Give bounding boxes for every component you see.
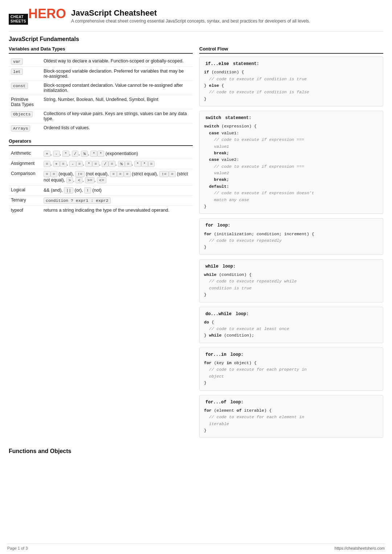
operator-value: =, +=, -=, *=, /=, %=, **= <box>41 159 193 169</box>
left-column: Variables and Data Types varOldest way t… <box>9 46 193 442</box>
operators-table: Arithmetic+, -, *, /, %, ** (exponentiat… <box>9 149 193 215</box>
variable-row: PrimitiveData TypesString, Number, Boole… <box>9 95 193 109</box>
control-flow-title: Control Flow <box>199 46 383 54</box>
operator-row: Logical&& (and), || (or), ! (not) <box>9 186 193 196</box>
variable-row: letBlock-scoped variable declaration. Pr… <box>9 67 193 81</box>
variable-description: Oldest way to declare a variable. Functi… <box>41 57 193 67</box>
operator-name: typeof <box>9 206 41 215</box>
logo: CHEAT SHEETS HERO <box>9 7 66 25</box>
operator-row: Arithmetic+, -, *, /, %, ** (exponentiat… <box>9 149 193 159</box>
variable-row: constBlock-scoped constant declaration. … <box>9 81 193 95</box>
variable-description: Block-scoped constant declaration. Value… <box>41 81 193 95</box>
if-else-label: if...else statement: <box>204 61 379 68</box>
functions-title: Functions and Objects <box>9 448 383 455</box>
dowhile-loop-label: do...while loop: <box>204 311 379 318</box>
logo-cheat: CHEAT <box>11 15 26 19</box>
operator-row: Comparison== (equal), != (not equal), ==… <box>9 169 193 186</box>
operator-name: Comparison <box>9 169 41 186</box>
variable-description: String, Number, Boolean, Null, Undefined… <box>41 95 193 109</box>
header-divider <box>9 31 383 32</box>
operator-value: && (and), || (or), ! (not) <box>41 186 193 196</box>
if-else-block: if...else statement: if (condition) { //… <box>199 57 383 106</box>
for-loop-block: for loop: for (initialization; condition… <box>199 218 383 254</box>
dowhile-loop-block: do...while loop: do { // code to execute… <box>199 307 383 343</box>
while-loop-block: while loop: while (condition) { // code … <box>199 259 383 302</box>
operator-name: Logical <box>9 186 41 196</box>
variable-keyword: const <box>9 81 41 95</box>
forin-loop-label: for...in loop: <box>204 351 379 358</box>
operators-title: Operators <box>9 138 193 146</box>
operator-value: +, -, *, /, %, ** (exponentiation) <box>41 149 193 159</box>
operator-row: Ternarycondition ? expr1 : expr2 <box>9 196 193 206</box>
page-subtitle: A comprehensive cheat sheet covering ess… <box>71 19 310 24</box>
switch-label: switch statement: <box>204 115 379 122</box>
variable-row: ObjectsCollections of key-value pairs. K… <box>9 109 193 123</box>
variable-keyword: var <box>9 57 41 67</box>
variable-keyword: PrimitiveData Types <box>9 95 41 109</box>
forin-loop-block: for...in loop: for (key in object) { // … <box>199 347 383 391</box>
variable-description: Ordered lists of values. <box>41 123 193 134</box>
logo-sheets: SHEETS <box>11 19 26 24</box>
operator-value: returns a string indicating the type of … <box>41 206 193 215</box>
operator-value: condition ? expr1 : expr2 <box>41 196 193 206</box>
operators-section: Operators Arithmetic+, -, *, /, %, ** (e… <box>9 138 193 215</box>
page-header: CHEAT SHEETS HERO JavaScript Cheatsheet … <box>9 7 383 25</box>
while-loop-label: while loop: <box>204 263 379 270</box>
variable-row: varOldest way to declare a variable. Fun… <box>9 57 193 67</box>
fundamentals-title: JavaScript Fundamentals <box>9 36 383 42</box>
operator-value: == (equal), != (not equal), === (strict … <box>41 169 193 186</box>
right-column: Control Flow if...else statement: if (co… <box>199 46 383 442</box>
for-loop-label: for loop: <box>204 222 379 229</box>
page-title: JavaScript Cheatsheet <box>71 8 310 18</box>
logo-text-box: CHEAT SHEETS <box>9 14 28 25</box>
forof-loop-block: for...of loop: for (element of iterable)… <box>199 395 383 438</box>
operator-name: Assignment <box>9 159 41 169</box>
variable-description: Block-scoped variable declaration. Prefe… <box>41 67 193 81</box>
variables-title: Variables and Data Types <box>9 46 193 54</box>
switch-block: switch statement: switch (expression) { … <box>199 111 383 214</box>
logo-hero: HERO <box>28 7 66 20</box>
fundamentals-columns: Variables and Data Types varOldest way t… <box>9 46 383 442</box>
operator-name: Arithmetic <box>9 149 41 159</box>
variable-row: ArraysOrdered lists of values. <box>9 123 193 134</box>
operator-row: typeofreturns a string indicating the ty… <box>9 206 193 215</box>
forof-loop-label: for...of loop: <box>204 399 379 406</box>
header-text-block: JavaScript Cheatsheet A comprehensive ch… <box>71 8 310 24</box>
operator-row: Assignment=, +=, -=, *=, /=, %=, **= <box>9 159 193 169</box>
variables-table: varOldest way to declare a variable. Fun… <box>9 57 193 133</box>
variable-keyword: Arrays <box>9 123 41 134</box>
variable-keyword: let <box>9 67 41 81</box>
variable-description: Collections of key-value pairs. Keys are… <box>41 109 193 123</box>
variables-section: Variables and Data Types varOldest way t… <box>9 46 193 133</box>
operator-name: Ternary <box>9 196 41 206</box>
variable-keyword: Objects <box>9 109 41 123</box>
